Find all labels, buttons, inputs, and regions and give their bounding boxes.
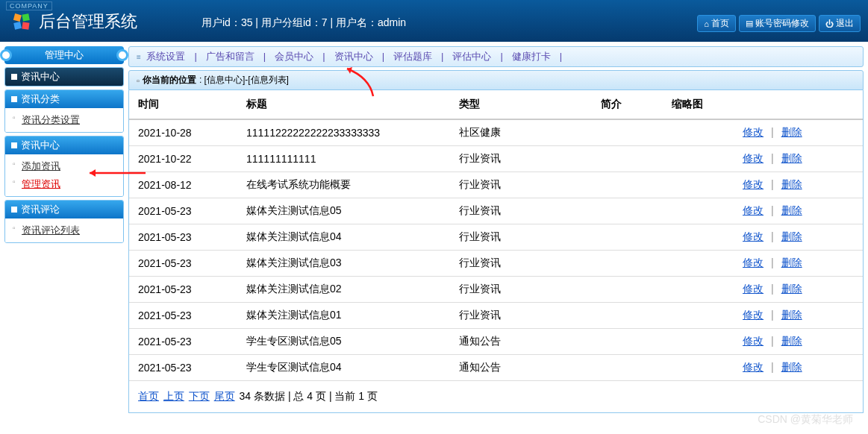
topnav-item[interactable]: 健康打卡 (509, 51, 554, 62)
col-actions (734, 90, 863, 119)
delete-link[interactable]: 删除 (781, 361, 802, 373)
menu-lines-icon: ≡ (137, 53, 141, 61)
edit-link[interactable]: 修改 (743, 309, 764, 321)
app-title: 后台管理系统 (39, 10, 137, 33)
topnav-item[interactable]: 评估中心 (449, 51, 494, 62)
home-button[interactable]: ⌂首页 (697, 15, 736, 32)
sidebar-group-head[interactable]: 资讯中心 (5, 136, 123, 154)
table-row: 2021-05-23媒体关注测试信息02行业资讯修改|删除 (129, 277, 863, 303)
doc-icon: ▫ (137, 76, 140, 85)
topnav-item[interactable]: 系统设置 (143, 51, 188, 62)
sidebar-item[interactable]: 添加资讯 (5, 157, 123, 175)
password-button[interactable]: ▤账号密码修改 (739, 15, 816, 32)
edit-link[interactable]: 修改 (743, 257, 764, 268)
breadcrumb: ▫ 你当前的位置: [信息中心]-[信息列表] (128, 70, 864, 90)
pager-last[interactable]: 尾页 (214, 390, 235, 402)
sidebar: 管理中心 资讯中心 资讯分类资讯分类设置资讯中心添加资讯管理资讯资讯评论资讯评论… (0, 42, 128, 418)
mgmt-center-header: 管理中心 (4, 46, 124, 64)
sidebar-group-head[interactable]: 资讯分类 (5, 90, 123, 108)
col-time: 时间 (129, 90, 237, 119)
edit-link[interactable]: 修改 (743, 361, 764, 373)
svg-rect-2 (13, 22, 22, 30)
company-tag: COMPANY (6, 1, 52, 10)
list-icon: ▤ (746, 19, 753, 28)
edit-link[interactable]: 修改 (743, 335, 764, 347)
delete-link[interactable]: 删除 (781, 309, 802, 321)
main-content: ≡ 系统设置|广告和留言|会员中心|资讯中心|评估题库|评估中心|健康打卡| ▫… (128, 42, 868, 418)
pager-prev[interactable]: 上页 (163, 390, 184, 402)
square-icon (11, 74, 17, 80)
edit-link[interactable]: 修改 (743, 204, 764, 216)
topnav-item[interactable]: 会员中心 (272, 51, 316, 62)
edit-link[interactable]: 修改 (743, 283, 764, 295)
table-row: 2021-08-12在线考试系统功能概要行业资讯修改|删除 (129, 172, 863, 198)
topnav-item[interactable]: 评估题库 (390, 51, 435, 62)
logo-icon (12, 12, 31, 31)
delete-link[interactable]: 删除 (781, 204, 802, 216)
delete-link[interactable]: 删除 (781, 283, 802, 295)
table-row: 2021-05-23媒体关注测试信息04行业资讯修改|删除 (129, 224, 863, 251)
col-thumb: 缩略图 (663, 90, 734, 119)
col-title: 标题 (237, 90, 450, 119)
watermark: CSDN @黄菊华老师 (758, 413, 853, 418)
sidebar-item[interactable]: 资讯分类设置 (5, 111, 123, 129)
svg-rect-1 (22, 13, 29, 21)
square-icon (11, 96, 17, 102)
col-intro: 简介 (592, 90, 663, 119)
sidebar-section-title: 资讯中心 (5, 68, 123, 86)
table-row: 2021-05-23媒体关注测试信息03行业资讯修改|删除 (129, 251, 863, 277)
sidebar-item[interactable]: 资讯评论列表 (5, 221, 123, 239)
pager-summary: 34 条数据 | 总 4 页 | 当前 1 页 (240, 390, 378, 402)
edit-link[interactable]: 修改 (743, 178, 764, 190)
app-header: COMPANY 后台管理系统 用户id：35 | 用户分组id：7 | 用户名：… (0, 0, 868, 42)
sidebar-item[interactable]: 管理资讯 (5, 175, 123, 193)
logout-button[interactable]: ⏻退出 (819, 15, 861, 32)
pager-first[interactable]: 首页 (138, 390, 159, 402)
edit-link[interactable]: 修改 (743, 126, 764, 138)
top-nav: ≡ 系统设置|广告和留言|会员中心|资讯中心|评估题库|评估中心|健康打卡| (128, 46, 864, 67)
home-icon: ⌂ (704, 19, 709, 28)
delete-link[interactable]: 删除 (781, 126, 802, 138)
pager: 首页 上页 下页 尾页 34 条数据 | 总 4 页 | 当前 1 页 (129, 381, 863, 412)
table-row: 2021-10-2811111222222222233333333社区健康修改|… (129, 119, 863, 146)
col-type: 类型 (450, 90, 592, 119)
svg-rect-0 (13, 13, 22, 22)
sidebar-group-head[interactable]: 资讯评论 (5, 201, 123, 218)
table-row: 2021-05-23媒体关注测试信息01行业资讯修改|删除 (129, 303, 863, 329)
delete-link[interactable]: 删除 (781, 335, 802, 347)
power-icon: ⏻ (825, 19, 834, 28)
edit-link[interactable]: 修改 (743, 230, 764, 242)
table-row: 2021-05-23媒体关注测试信息05行业资讯修改|删除 (129, 198, 863, 224)
square-icon (11, 207, 17, 213)
table-row: 2021-10-22111111111111行业资讯修改|删除 (129, 146, 863, 172)
square-icon (11, 142, 17, 148)
delete-link[interactable]: 删除 (781, 257, 802, 268)
svg-rect-3 (22, 22, 29, 29)
data-table: 时间 标题 类型 简介 缩略图 2021-10-2811111222222222… (129, 90, 863, 381)
delete-link[interactable]: 删除 (781, 178, 802, 190)
topnav-item[interactable]: 资讯中心 (331, 51, 376, 62)
topnav-item[interactable]: 广告和留言 (203, 51, 257, 62)
edit-link[interactable]: 修改 (743, 152, 764, 164)
delete-link[interactable]: 删除 (781, 152, 802, 164)
table-row: 2021-05-23学生专区测试信息04通知公告修改|删除 (129, 355, 863, 381)
delete-link[interactable]: 删除 (781, 230, 802, 242)
pager-next[interactable]: 下页 (189, 390, 210, 402)
table-row: 2021-05-23学生专区测试信息05通知公告修改|删除 (129, 329, 863, 355)
user-info: 用户id：35 | 用户分组id：7 | 用户名：admin (202, 16, 406, 30)
